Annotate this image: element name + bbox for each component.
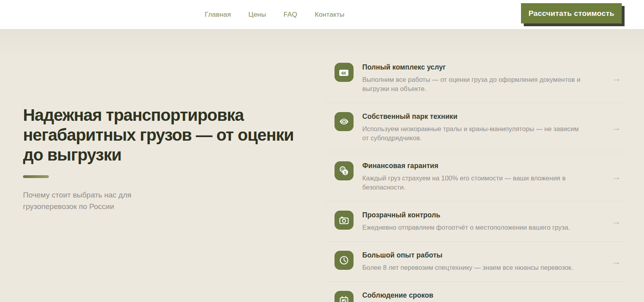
- arrow-right-icon[interactable]: →: [611, 123, 621, 132]
- hero-section: Надежная транспортировка негабаритных гр…: [0, 29, 644, 302]
- feature-title: Финансовая гарантия: [362, 162, 586, 170]
- feature-body: Соблюдение сроков 97% заказов доставляем…: [362, 291, 586, 302]
- feature-title: Большой опыт работы: [362, 251, 586, 259]
- calendar-check-icon: [334, 291, 354, 302]
- feature-description: Выполним все работы — от оценки груза до…: [362, 75, 586, 93]
- feature-description: Каждый груз страхуем на 100% его стоимос…: [362, 174, 586, 192]
- feature-body: Прозрачный контроль Ежедневно отправляем…: [362, 211, 586, 232]
- arrow-right-icon[interactable]: →: [611, 217, 621, 226]
- arrow-right-icon[interactable]: →: [611, 172, 621, 182]
- feature-row-experience[interactable]: Большой опыт работы Более 8 лет перевози…: [325, 242, 623, 282]
- feature-description: Ежедневно отправляем фотоотчёт о местопо…: [362, 223, 586, 232]
- feature-body: Полный комплекс услуг Выполним все работ…: [362, 63, 586, 93]
- feature-row-deadlines[interactable]: Соблюдение сроков 97% заказов доставляем…: [325, 282, 623, 302]
- feature-title: Соблюдение сроков: [362, 291, 586, 300]
- feature-title: Собственный парк техники: [362, 112, 586, 121]
- nav-link-contacts[interactable]: Контакты: [315, 11, 344, 19]
- svg-text:4K: 4K: [341, 71, 346, 76]
- feature-row-own-fleet[interactable]: Собственный парк техники Используем низк…: [325, 103, 623, 152]
- nav-link-home[interactable]: Главная: [205, 11, 231, 19]
- svg-text:$: $: [344, 170, 346, 175]
- site-header: Главная Цены FAQ Контакты Рассчитать сто…: [0, 0, 644, 29]
- nav-link-faq[interactable]: FAQ: [284, 11, 298, 19]
- feature-title: Прозрачный контроль: [362, 211, 586, 219]
- page-title: Надежная транспортировка негабаритных гр…: [23, 105, 301, 165]
- feature-title: Полный комплекс услуг: [362, 63, 586, 72]
- feature-row-transparent-control[interactable]: Прозрачный контроль Ежедневно отправляем…: [325, 201, 623, 242]
- feature-body: Большой опыт работы Более 8 лет перевози…: [362, 251, 586, 272]
- hero-subtitle: Почему стоит выбрать нас для грузоперево…: [23, 189, 154, 213]
- features-list: 4K Полный комплекс услуг Выполним все ра…: [325, 54, 623, 302]
- coins-icon: C $: [334, 161, 354, 180]
- feature-description: Более 8 лет перевозим спецтехнику — знае…: [362, 263, 586, 272]
- feature-body: Финансовая гарантия Каждый груз страхуем…: [362, 161, 586, 192]
- nav-link-prices[interactable]: Цены: [248, 11, 266, 19]
- feature-description: Используем низкорамные тралы и краны-ман…: [362, 124, 586, 143]
- feature-row-financial-guarantee[interactable]: C $ Финансовая гарантия Каждый груз стра…: [325, 152, 623, 201]
- arrow-right-icon[interactable]: →: [611, 74, 621, 83]
- feature-row-full-service[interactable]: 4K Полный комплекс услуг Выполним все ра…: [325, 54, 623, 103]
- feature-body: Собственный парк техники Используем низк…: [362, 112, 586, 143]
- arrow-right-icon[interactable]: →: [611, 257, 621, 266]
- title-underline: [23, 175, 49, 178]
- hero-text-block: Надежная транспортировка негабаритных гр…: [23, 105, 301, 213]
- main-nav: Главная Цены FAQ Контакты: [205, 0, 344, 29]
- eye-icon: [334, 112, 354, 131]
- arrow-right-icon[interactable]: →: [611, 297, 621, 302]
- clock-icon: [334, 251, 354, 270]
- calculate-cost-button[interactable]: Рассчитать стоимость: [521, 3, 622, 23]
- 4k-badge-icon: 4K: [334, 63, 354, 82]
- camera-icon: [334, 211, 354, 230]
